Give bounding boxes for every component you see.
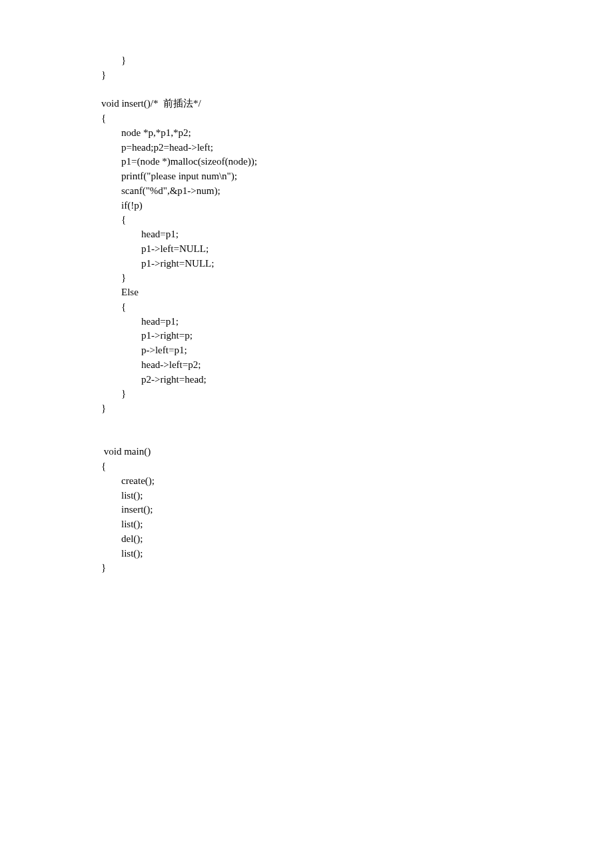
code-line: list(); xyxy=(101,519,143,529)
code-line: head=p1; xyxy=(101,229,179,239)
code-line: { xyxy=(101,461,106,471)
code-line: printf("please input num\n"); xyxy=(101,171,237,181)
code-line: } xyxy=(101,55,126,65)
code-line: { xyxy=(101,301,126,312)
code-line: { xyxy=(101,214,126,225)
code-line: } xyxy=(101,388,126,399)
code-line: p=head;p2=head->left; xyxy=(101,142,213,153)
code-block: } } void insert()/* 前插法*/ { node *p,*p1,… xyxy=(0,0,613,575)
code-line: } xyxy=(101,69,106,80)
code-line: } xyxy=(101,403,106,413)
code-line: p2->right=head; xyxy=(101,374,207,385)
code-line: create(); xyxy=(101,475,155,486)
code-line: head=p1; xyxy=(101,316,179,327)
code-line: head->left=p2; xyxy=(101,359,201,370)
code-line: list(); xyxy=(101,548,143,559)
code-line: scanf("%d",&p1->num); xyxy=(101,185,221,196)
code-line: list(); xyxy=(101,490,143,501)
code-line: p1->right=p; xyxy=(101,330,193,341)
code-line: p1->right=NULL; xyxy=(101,258,214,269)
code-line: p1->left=NULL; xyxy=(101,243,209,254)
code-line: } xyxy=(101,562,106,573)
code-line: { xyxy=(101,113,106,123)
code-line: void main() xyxy=(101,446,151,457)
code-line: Else xyxy=(101,287,139,297)
code-line: p->left=p1; xyxy=(101,345,187,355)
code-line: del(); xyxy=(101,533,143,544)
code-line: if(!p) xyxy=(101,200,143,211)
code-line: } xyxy=(101,272,126,283)
code-line: void insert()/* 前插法*/ xyxy=(101,98,201,109)
code-line: p1=(node *)malloc(sizeof(node)); xyxy=(101,156,257,167)
code-line: node *p,*p1,*p2; xyxy=(101,127,191,138)
code-line: insert(); xyxy=(101,504,153,515)
